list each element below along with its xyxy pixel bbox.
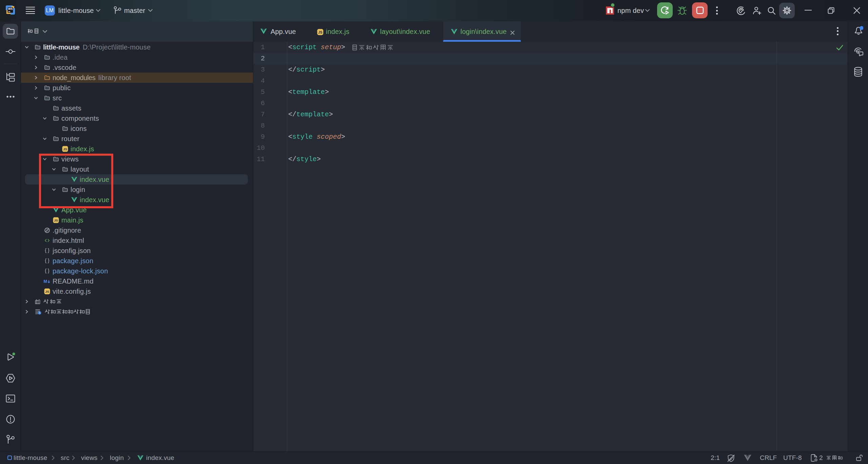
svg-text:WS: WS: [8, 7, 13, 11]
